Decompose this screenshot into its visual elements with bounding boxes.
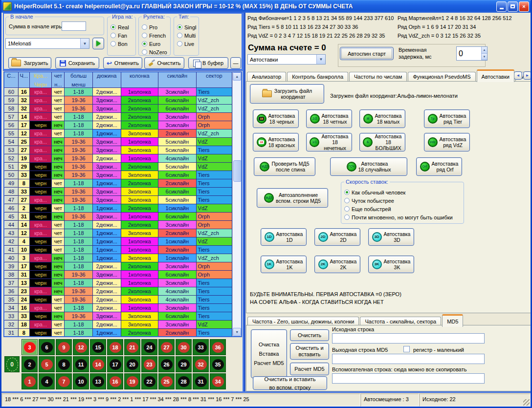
- md5-big-button[interactable]: Очистка Вставка Расчет MD5: [251, 329, 287, 378]
- radio-real[interactable]: Real: [111, 23, 133, 31]
- scrollbar-thumb[interactable]: [233, 160, 242, 182]
- roulette-cell-3[interactable]: 3: [22, 339, 38, 355]
- close-button[interactable]: ×: [519, 1, 529, 12]
- radio-nozero[interactable]: NoZero: [142, 48, 168, 56]
- bet-18-even-button[interactable]: 2/2Автоставка18 четных: [306, 109, 352, 128]
- maximize-button[interactable]: [508, 1, 518, 12]
- tab-частоты-по-числам[interactable]: Частоты по числам: [349, 72, 407, 82]
- roulette-cell-11[interactable]: 11: [73, 356, 89, 372]
- roulette-cell-24[interactable]: 24: [141, 339, 157, 355]
- autostavki-combo[interactable]: Автоставки ▼: [247, 54, 326, 64]
- autofill-md5-button[interactable]: МД5 Автозаполнение вспом. строки МД5: [257, 188, 328, 208]
- bet-row-vdz-button[interactable]: VdzАвтоставкаряд VdZ: [424, 133, 470, 151]
- roulette-cell-30[interactable]: 30: [176, 339, 192, 355]
- md5-output-input[interactable]: [332, 354, 485, 364]
- roulette-cell-33[interactable]: 33: [193, 339, 209, 355]
- tab-scroll-right-icon[interactable]: ►: [523, 71, 532, 80]
- radio-bon[interactable]: Bon: [111, 40, 133, 48]
- bet-3k-button[interactable]: 3KАвтоставка3K: [368, 256, 414, 273]
- tab-анализатор[interactable]: Анализатор: [247, 72, 286, 82]
- tab-scroll-left-icon[interactable]: ◄: [514, 71, 522, 80]
- roulette-cell-10[interactable]: 10: [73, 373, 89, 389]
- bet-1k-button[interactable]: 1KАвтоставка1K: [261, 256, 307, 273]
- undo-button[interactable]: ↩ Отменить: [103, 57, 142, 69]
- roulette-cell-2[interactable]: 2: [22, 356, 38, 372]
- radio-singl[interactable]: Singl: [177, 23, 197, 31]
- roulette-cell-29[interactable]: 29: [176, 356, 192, 372]
- bet-18-big-button[interactable]: БАвтоставка18 БОЛЬШИХ: [359, 133, 405, 151]
- radio-почти-мгновенно-но-могут-быть-ошибки[interactable]: Почти мгновенно, но могут быть ошибки: [344, 213, 462, 221]
- radio-еще-побыстрей[interactable]: Еще побыстрей: [344, 205, 462, 213]
- roulette-cell-21[interactable]: 21: [124, 339, 140, 355]
- bet-row-tier-button[interactable]: ТрАвтоставкаряд Tier: [424, 109, 470, 128]
- bet-18-black-button[interactable]: 18Автоставка18 черных: [253, 109, 299, 128]
- table-scrollbar[interactable]: ▲ ▼: [232, 72, 241, 336]
- play-button[interactable]: [92, 38, 104, 49]
- roulette-cell-23[interactable]: 23: [141, 356, 157, 372]
- bet-row-orf-button[interactable]: OrfАвтоставкаряд Orf: [416, 157, 462, 176]
- radio-multi[interactable]: Multi: [177, 31, 197, 40]
- spinner-down-icon[interactable]: ▼: [482, 54, 487, 61]
- md5-source-input[interactable]: [332, 333, 485, 344]
- delay-input[interactable]: [457, 47, 481, 60]
- bet-2k-button[interactable]: 2KАвтоставка2K: [314, 256, 360, 273]
- resize-grip[interactable]: [523, 399, 530, 406]
- radio-euro[interactable]: Euro: [142, 40, 168, 48]
- scroll-up-button[interactable]: ▲: [233, 72, 241, 81]
- scroll-down-button[interactable]: ▼: [233, 328, 241, 336]
- roulette-cell-32[interactable]: 32: [193, 356, 209, 372]
- md5-calc-button[interactable]: Расчет MD5: [290, 363, 329, 375]
- radio-как-обычный-человек[interactable]: Как обычный человек: [344, 188, 462, 196]
- load-coordinates-button[interactable]: Загрузить файл координат: [250, 84, 324, 104]
- start-sum-input[interactable]: [62, 21, 86, 31]
- delay-spinner[interactable]: ▲ ▼: [456, 46, 488, 61]
- minimize-button[interactable]: [496, 1, 507, 12]
- roulette-cell-1[interactable]: 1: [22, 373, 38, 389]
- radio-french[interactable]: French: [142, 31, 168, 40]
- roulette-cell-16[interactable]: 16: [107, 373, 123, 389]
- preset-combo[interactable]: 1Melonati ▼: [5, 38, 89, 49]
- md5-clear-paste-aux-button[interactable]: Очистить и вставить во вспом. строку: [253, 376, 327, 390]
- roulette-cell-4[interactable]: 4: [39, 373, 55, 389]
- load-button[interactable]: Загрузить: [8, 57, 51, 69]
- bet-1d-button[interactable]: 1DАвтоставка1D: [261, 228, 307, 246]
- md5-clear-button[interactable]: Очистить: [290, 329, 329, 341]
- roulette-cell-5[interactable]: 5: [39, 356, 55, 372]
- register-checkbox[interactable]: [403, 346, 410, 352]
- md5-clear-paste-button[interactable]: Очистить и вставить: [290, 343, 329, 360]
- roulette-cell-22[interactable]: 22: [141, 373, 157, 389]
- roulette-cell-17[interactable]: 17: [107, 356, 123, 372]
- roulette-cell-9[interactable]: 9: [56, 339, 72, 355]
- autospin-start-button[interactable]: Автоспин старт: [340, 47, 394, 60]
- roulette-cell-26[interactable]: 26: [158, 356, 175, 372]
- bet-2d-button[interactable]: 2DАвтоставка2D: [314, 228, 360, 246]
- radio-pro[interactable]: Pro: [142, 23, 168, 31]
- radio-чуток-побыстрее[interactable]: Чуток побыстрее: [344, 196, 462, 205]
- chevron-down-icon[interactable]: ▼: [316, 55, 325, 64]
- tab-md5[interactable]: MD5: [442, 314, 463, 327]
- roulette-cell-28[interactable]: 28: [176, 373, 192, 389]
- roulette-cell-12[interactable]: 12: [73, 339, 89, 355]
- copy-to-buffer-button[interactable]: В буфер: [188, 57, 228, 69]
- bet-18-random-button[interactable]: ГСЧАвтоставка18 случайных: [330, 157, 407, 176]
- roulette-cell-31[interactable]: 31: [193, 373, 209, 389]
- radio-fan[interactable]: Fan: [111, 31, 133, 40]
- roulette-cell-35[interactable]: 35: [210, 356, 226, 372]
- md5-aux-input[interactable]: [332, 373, 485, 384]
- roulette-cell-20[interactable]: 20: [124, 356, 140, 372]
- tab-функционал-psevdoms[interactable]: Функционал PsevdoMS: [408, 72, 475, 82]
- roulette-cell-36[interactable]: 36: [210, 339, 226, 355]
- chevron-down-icon[interactable]: ▼: [80, 39, 89, 48]
- bet-18-odd-button[interactable]: 1/1Автоставка18 нечетных: [306, 133, 352, 151]
- bet-18-small-button[interactable]: МАвтоставка18 малых: [359, 109, 405, 128]
- clear-button[interactable]: Очистить: [144, 57, 184, 69]
- radio-live[interactable]: Live: [177, 40, 197, 48]
- roulette-cell-27[interactable]: 27: [158, 339, 175, 355]
- minus-button[interactable]: —: [230, 57, 241, 69]
- tab-контроль-банкролла[interactable]: Контроль банкролла: [287, 72, 348, 82]
- bet-3d-button[interactable]: 3DАвтоставка3D: [368, 228, 414, 246]
- tab-автоставки[interactable]: Автоставки: [477, 69, 514, 82]
- roulette-cell-0[interactable]: 0: [4, 356, 20, 372]
- roulette-cell-18[interactable]: 18: [107, 339, 123, 355]
- roulette-cell-13[interactable]: 13: [90, 373, 106, 389]
